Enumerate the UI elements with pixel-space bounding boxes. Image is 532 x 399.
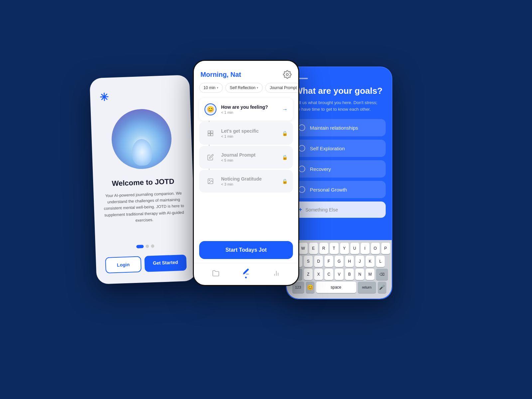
goal-label-4: Personal Growth (310, 187, 347, 193)
filter-time[interactable]: 10 min ▾ (199, 83, 223, 93)
key-d[interactable]: D (314, 256, 323, 267)
keyboard-row-4: 123 😊 space return 🎤 (288, 282, 390, 293)
svg-rect-2 (211, 131, 213, 133)
key-t[interactable]: T (330, 243, 338, 254)
key-e[interactable]: E (309, 243, 318, 254)
key-p[interactable]: P (381, 243, 390, 254)
key-b[interactable]: B (345, 269, 354, 280)
goal-label-3: Recovery (310, 166, 331, 172)
key-w[interactable]: W (299, 243, 308, 254)
activity-icon-2 (204, 127, 216, 139)
dot-3 (151, 244, 154, 248)
nav-active-dot (245, 277, 247, 278)
goals-header: What are your goals? Tell us what brough… (287, 67, 392, 119)
key-h[interactable]: H (345, 256, 354, 267)
key-m[interactable]: M (366, 269, 374, 280)
key-r[interactable]: R (320, 243, 328, 254)
key-g[interactable]: G (335, 256, 343, 267)
activities-list: 😊 How are you feeling? < 1 min → (194, 98, 298, 237)
login-button[interactable]: Login (105, 256, 141, 273)
key-c[interactable]: C (325, 269, 333, 280)
filter-time-label: 10 min (203, 85, 215, 90)
activity-duration-4: < 3 min (221, 182, 277, 186)
goals-subtitle: Tell us what brought you here. Don't str… (295, 99, 384, 112)
radio-growth (299, 186, 305, 193)
key-k[interactable]: K (366, 256, 374, 267)
lock-icon-3: 🔒 (282, 155, 288, 160)
filter-format-label: Journal Prompt (270, 85, 297, 90)
key-emoji[interactable]: 😊 (306, 282, 315, 293)
radio-exploration (299, 145, 305, 152)
filter-row: 10 min ▾ Self Reflection ▾ Journal Promp… (194, 83, 298, 98)
get-started-button[interactable]: Get Started (144, 255, 187, 272)
lock-icon-4: 🔒 (282, 179, 288, 184)
goal-option-1[interactable]: Maintain relationships (293, 119, 386, 136)
goal-option-4[interactable]: Personal Growth (293, 181, 386, 198)
arrow-icon: → (282, 106, 288, 112)
nav-chart[interactable] (273, 270, 280, 277)
key-x[interactable]: X (314, 269, 323, 280)
dot-1 (136, 245, 144, 248)
goal-something-else[interactable]: + Something Else (293, 201, 386, 218)
activity-name-4: Noticing Gratitude (221, 176, 277, 182)
svg-rect-3 (208, 134, 210, 136)
key-space[interactable]: space (316, 282, 356, 293)
greeting-text: Morning, Nat (200, 71, 241, 78)
settings-icon[interactable] (283, 70, 292, 79)
key-j[interactable]: J (355, 256, 364, 267)
screens-container: ✳ Welcome to JOTD Your AI-powered journa… (100, 50, 432, 349)
key-backspace[interactable]: ⌫ (376, 269, 388, 280)
key-mic[interactable]: 🎤 (378, 282, 386, 293)
filter-format[interactable]: Journal Prompt (265, 83, 299, 93)
svg-rect-4 (211, 134, 213, 136)
activity-icon-4 (204, 175, 216, 187)
activity-item-1[interactable]: 😊 How are you feeling? < 1 min → (199, 98, 293, 121)
activity-name-1: How are you feeling? (221, 104, 278, 110)
dashboard-phone: Morning, Nat 10 min ▾ Self Reflection (193, 60, 299, 286)
bottom-navigation (194, 263, 298, 285)
chevron-icon-2: ▾ (257, 86, 258, 89)
start-jot-button[interactable]: Start Todays Jot (199, 241, 293, 259)
key-s[interactable]: S (304, 256, 313, 267)
user-name: Nat (230, 71, 241, 78)
keyboard-row-2: A S D F G H J K L (288, 256, 390, 267)
key-o[interactable]: O (371, 243, 380, 254)
key-u[interactable]: U (350, 243, 359, 254)
page-dots (136, 244, 154, 248)
key-f[interactable]: F (325, 256, 333, 267)
goal-option-3[interactable]: Recovery (293, 160, 386, 178)
activity-info-4: Noticing Gratitude < 3 min (221, 176, 277, 186)
radio-recovery (299, 166, 305, 172)
welcome-description: Your AI-powered journaling companion. We… (103, 190, 186, 238)
activity-info-2: Let's get specific < 1 min (221, 128, 277, 138)
welcome-phone: ✳ Welcome to JOTD Your AI-powered journa… (89, 75, 196, 284)
chevron-icon: ▾ (217, 86, 218, 89)
goal-label-2: Self Exploration (310, 146, 345, 151)
key-return[interactable]: return (358, 282, 376, 293)
dashboard-header: Morning, Nat (194, 61, 298, 83)
key-v[interactable]: V (335, 269, 343, 280)
greeting-word: Morning, (200, 71, 228, 78)
key-l[interactable]: L (376, 256, 385, 267)
goal-option-2[interactable]: Self Exploration (293, 140, 386, 157)
activity-info-1: How are you feeling? < 1 min (221, 104, 278, 114)
activity-info-3: Journal Prompt < 5 min (221, 152, 277, 162)
keyboard-row-1: Q W E R T Y U I O P (288, 243, 390, 254)
key-y[interactable]: Y (340, 243, 349, 254)
goals-phone: What are your goals? Tell us what brough… (286, 66, 392, 299)
key-n[interactable]: N (355, 269, 364, 280)
nav-pen[interactable] (242, 268, 250, 278)
goals-title: What are your goals? (295, 86, 384, 96)
key-i[interactable]: I (361, 243, 369, 254)
svg-point-0 (286, 73, 289, 76)
activity-duration-1: < 1 min (221, 110, 278, 114)
filter-type-label: Self Reflection (230, 85, 255, 90)
svg-point-6 (209, 180, 210, 181)
filter-type[interactable]: Self Reflection ▾ (225, 83, 263, 93)
welcome-title: Welcome to JOTD (112, 177, 175, 188)
key-z[interactable]: Z (304, 269, 313, 280)
nav-folder[interactable] (212, 270, 219, 277)
activity-name-3: Journal Prompt (221, 152, 277, 158)
activity-item-3: Journal Prompt < 5 min 🔒 (199, 146, 293, 169)
keyboard-row-3: ⇧ Z X C V B N M ⌫ (288, 269, 390, 280)
